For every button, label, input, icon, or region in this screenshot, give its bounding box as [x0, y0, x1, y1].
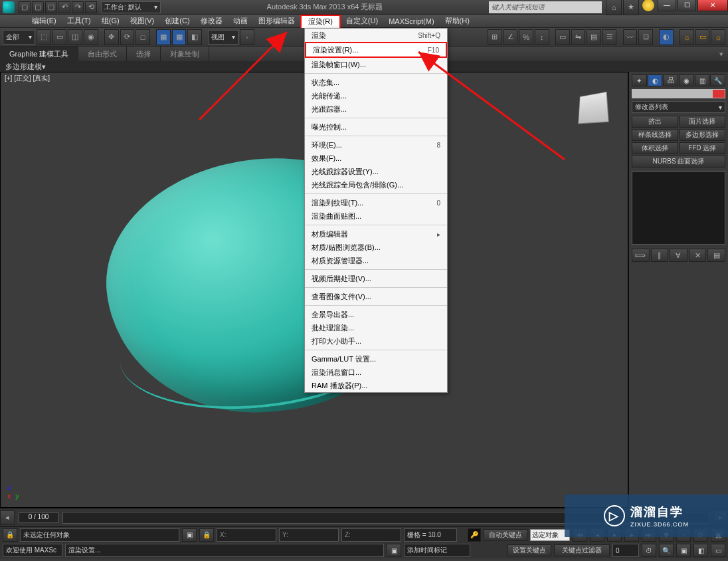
qat-undo-icon[interactable]: ↶: [58, 1, 70, 13]
ribbon-tab-3[interactable]: 对象绘制: [161, 47, 209, 61]
menu-item-27[interactable]: 批处理渲染...: [305, 321, 447, 334]
cmd-btn-2[interactable]: 样条线选择: [632, 129, 678, 141]
cmd-btn-1[interactable]: 面片选择: [680, 116, 726, 128]
render-setup-icon[interactable]: ☼: [680, 29, 694, 45]
select-icon[interactable]: ⬚: [37, 29, 51, 45]
frame-display[interactable]: 0 / 100: [19, 512, 58, 523]
pin-stack-icon[interactable]: ⟾: [632, 249, 650, 262]
autokey-button[interactable]: 自动关键点: [484, 529, 527, 541]
menu-6[interactable]: 动画: [228, 15, 253, 28]
render-icon[interactable]: ☼: [711, 29, 725, 45]
menu-1[interactable]: 工具(T): [62, 15, 96, 28]
select-name-icon[interactable]: ▭: [52, 29, 67, 45]
cmd-btn-3[interactable]: 多边形选择: [680, 129, 726, 141]
render-frame-icon[interactable]: ▭: [695, 29, 710, 45]
timeline-prev-icon[interactable]: ◂: [0, 510, 15, 525]
create-tab-icon[interactable]: ✦: [632, 74, 647, 86]
angle-snap-icon[interactable]: ∠: [503, 29, 518, 45]
menu-item-22[interactable]: 视频后期处理(V)...: [305, 272, 447, 285]
menu-item-6[interactable]: 光跟踪器...: [305, 102, 447, 116]
menu-item-1[interactable]: 渲染设置(R)...F10: [305, 42, 447, 58]
star-icon[interactable]: ★: [623, 0, 639, 15]
menu-4[interactable]: 创建(C): [159, 15, 195, 28]
select-object-icon[interactable]: ▦: [156, 29, 171, 45]
nav-region-icon[interactable]: ▭: [711, 544, 725, 557]
menu-item-31[interactable]: 渲染消息窗口...: [305, 366, 447, 379]
key-target[interactable]: 选定对象: [530, 529, 570, 541]
show-end-icon[interactable]: ∥: [651, 249, 669, 262]
layer-icon[interactable]: ☰: [602, 29, 617, 45]
object-color[interactable]: [632, 89, 725, 98]
pivot-icon[interactable]: ◦: [240, 29, 254, 45]
ribbon-tab-2[interactable]: 选择: [127, 47, 161, 61]
menu-item-8[interactable]: 曝光控制...: [305, 120, 447, 134]
close-button[interactable]: ✕: [697, 0, 728, 11]
menu-item-18[interactable]: 材质编辑器▸: [305, 227, 447, 241]
menu-item-4[interactable]: 状态集...: [305, 76, 447, 89]
menu-7[interactable]: 图形编辑器: [253, 15, 300, 28]
coord-z[interactable]: Z:: [341, 528, 401, 542]
menu-3[interactable]: 视图(V): [125, 15, 160, 28]
maximize-button[interactable]: ☐: [678, 0, 696, 11]
menu-item-0[interactable]: 渲染Shift+Q: [305, 29, 447, 42]
nav-zoom-icon[interactable]: 🔍: [659, 544, 674, 557]
time-tag[interactable]: 添加时间标记: [404, 544, 470, 557]
selection-lock-icon[interactable]: 🔒: [199, 528, 214, 542]
menu-9[interactable]: 自定义(U): [341, 15, 383, 28]
script-icon[interactable]: ▣: [387, 544, 401, 557]
select-paint-icon[interactable]: ◉: [84, 29, 98, 45]
nurbs-select-button[interactable]: NURBS 曲面选择: [632, 156, 725, 168]
move-icon[interactable]: ✥: [104, 29, 119, 45]
menu-item-20[interactable]: 材质资源管理器...: [305, 254, 447, 267]
menu-item-24[interactable]: 查看图像文件(V)...: [305, 290, 447, 303]
manip-icon[interactable]: ◧: [187, 29, 202, 45]
lock-icon[interactable]: 🔒: [3, 528, 17, 542]
ribbon-tab-1[interactable]: 自由形式: [78, 47, 127, 61]
nav-fov-icon[interactable]: ◧: [693, 544, 708, 557]
select-rect-icon[interactable]: ◫: [68, 29, 82, 45]
qat-link-icon[interactable]: ⟲: [85, 1, 97, 13]
infocenter-icon[interactable]: ⌂: [606, 0, 622, 15]
coord-y[interactable]: Y:: [279, 528, 339, 542]
remove-mod-icon[interactable]: ✕: [689, 249, 707, 262]
motion-tab-icon[interactable]: ◉: [679, 74, 694, 86]
viewcube[interactable]: [578, 92, 608, 124]
ref-coord-system[interactable]: 视图▾: [208, 30, 238, 45]
menu-item-11[interactable]: 效果(F)...: [305, 152, 447, 165]
modifier-list[interactable]: 修改器列表▾: [632, 101, 725, 113]
coord-x[interactable]: X:: [217, 528, 276, 542]
keyfilter-button[interactable]: 关键点过滤器: [554, 544, 610, 556]
percent-snap-icon[interactable]: %: [519, 29, 533, 45]
ribbon-tab-0[interactable]: Graphite 建模工具: [0, 47, 78, 61]
menu-item-19[interactable]: 材质/贴图浏览器(B)...: [305, 241, 447, 254]
cmd-btn-0[interactable]: 挤出: [632, 116, 678, 128]
nav-zoomall-icon[interactable]: ▣: [676, 544, 691, 557]
hierarchy-tab-icon[interactable]: 品: [663, 74, 678, 86]
cmd-btn-4[interactable]: 体积选择: [632, 142, 678, 154]
rotate-icon[interactable]: ⟳: [120, 29, 135, 45]
select-subobject-icon[interactable]: ▦: [172, 29, 187, 45]
curve-editor-icon[interactable]: 〰: [623, 29, 638, 45]
app-icon[interactable]: [3, 1, 15, 13]
qat-new-icon[interactable]: ▢: [19, 1, 31, 13]
menu-item-10[interactable]: 环境(E)...8: [305, 138, 447, 152]
key-mode-icon[interactable]: 🔑: [468, 528, 481, 542]
menu-2[interactable]: 组(G): [96, 15, 125, 28]
menu-item-16[interactable]: 渲染曲面贴图...: [305, 209, 447, 223]
menu-0[interactable]: 编辑(E): [27, 15, 62, 28]
selection-filter[interactable]: 全部▾: [3, 30, 35, 45]
unique-icon[interactable]: ∀: [670, 249, 687, 262]
modify-tab-icon[interactable]: ◐: [648, 74, 663, 86]
menu-item-5[interactable]: 光能传递...: [305, 89, 447, 102]
material-editor-icon[interactable]: ◐: [659, 29, 674, 45]
minimize-button[interactable]: —: [658, 0, 676, 11]
workspace-selector[interactable]: 工作台: 默认▾: [101, 1, 161, 13]
modifier-stack[interactable]: [632, 171, 725, 245]
menu-10[interactable]: MAXScript(M): [383, 15, 439, 28]
snap-toggle-icon[interactable]: ⊞: [488, 29, 502, 45]
menu-item-2[interactable]: 渲染帧窗口(W)...: [305, 58, 447, 71]
help-icon[interactable]: [642, 0, 654, 11]
menu-item-30[interactable]: Gamma/LUT 设置...: [305, 352, 447, 366]
time-config-icon[interactable]: ⏱: [642, 544, 656, 557]
qat-save-icon[interactable]: ▢: [45, 1, 57, 13]
